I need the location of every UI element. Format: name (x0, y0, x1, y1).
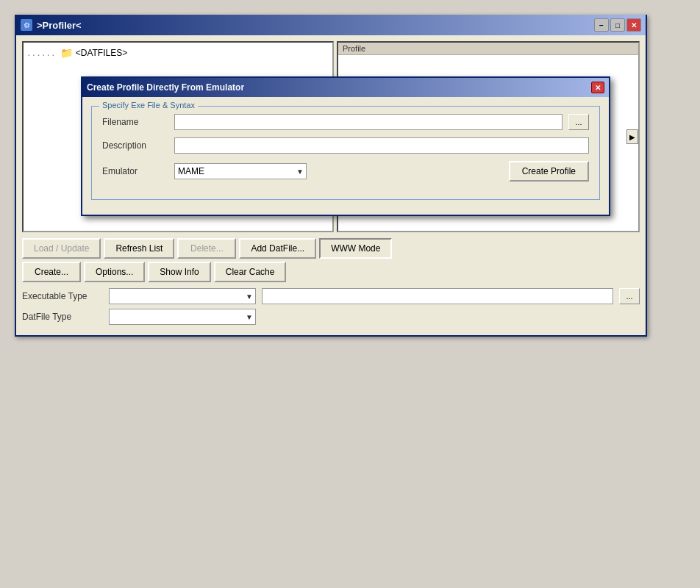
exe-type-browse-button[interactable]: ... (619, 288, 640, 304)
exe-type-select-wrapper: ▼ (109, 288, 256, 304)
clear-cache-button[interactable]: Clear Cache (214, 262, 287, 282)
profile-header: Profile (338, 43, 638, 55)
create-button[interactable]: Create... (22, 262, 81, 282)
modal-body: Specify Exe File & Syntax Filename ... D… (82, 97, 609, 215)
window-title: >Profiler< (37, 20, 82, 31)
title-buttons: − □ ✕ (594, 18, 641, 32)
modal-title-bar: Create Profile Directly From Emulator ✕ (82, 78, 609, 97)
dat-type-select[interactable] (109, 309, 256, 325)
show-info-button[interactable]: Show Info (148, 262, 210, 282)
create-profile-modal: Create Profile Directly From Emulator ✕ … (81, 76, 610, 216)
dat-type-row: DatFile Type ▼ (22, 309, 640, 325)
delete-button[interactable]: Delete... (177, 238, 236, 259)
emulator-row: Emulator MAME MESS Other ▼ (102, 161, 589, 182)
options-button[interactable]: Options... (84, 262, 145, 282)
emulator-select-wrapper: MAME MESS Other ▼ (174, 163, 307, 179)
emulator-left: Emulator MAME MESS Other ▼ (102, 163, 307, 179)
datfiles-label: <DATFILES> (76, 48, 127, 58)
minimize-button[interactable]: − (594, 18, 609, 32)
description-label: Description (102, 140, 168, 151)
exe-type-select[interactable] (109, 288, 256, 304)
www-mode-button[interactable]: WWW Mode (319, 238, 392, 259)
dat-type-label: DatFile Type (22, 312, 103, 322)
window-body: ...... 📁 <DATFILES> Profile ▶ Create Pro… (16, 35, 646, 335)
modal-container: Create Profile Directly From Emulator ✕ … (81, 76, 610, 216)
modal-close-button[interactable]: ✕ (591, 82, 604, 93)
app-icon: ⚙ (21, 19, 32, 31)
datfiles-tree-item[interactable]: ...... 📁 <DATFILES> (26, 46, 329, 60)
bottom-buttons-row2: Create... Options... Show Info Clear Cac… (22, 262, 640, 282)
maximize-button[interactable]: □ (610, 18, 625, 32)
load-update-button[interactable]: Load / Update (22, 238, 101, 259)
exe-type-label: Executable Type (22, 291, 103, 301)
group-box-title: Specify Exe File & Syntax (99, 101, 198, 110)
filename-input[interactable] (174, 114, 562, 130)
description-input[interactable] (174, 137, 589, 154)
folder-icon: 📁 (60, 47, 73, 59)
description-row: Description (102, 137, 589, 154)
exe-type-input[interactable] (262, 288, 613, 304)
scroll-right-arrow[interactable]: ▶ (626, 129, 638, 144)
filename-label: Filename (102, 117, 168, 127)
emulator-select[interactable]: MAME MESS Other (174, 163, 307, 179)
create-profile-button[interactable]: Create Profile (509, 161, 589, 182)
modal-title: Create Profile Directly From Emulator (87, 82, 244, 93)
filename-browse-button[interactable]: ... (568, 114, 589, 130)
dat-type-select-wrapper: ▼ (109, 309, 256, 325)
bottom-form: Executable Type ▼ ... DatFile Type ▼ (22, 288, 640, 325)
add-datfile-button[interactable]: Add DatFile... (239, 238, 316, 259)
exe-type-row: Executable Type ▼ ... (22, 288, 640, 304)
filename-row: Filename ... (102, 114, 589, 130)
bottom-buttons-row1: Load / Update Refresh List Delete... Add… (22, 238, 640, 259)
emulator-label: Emulator (102, 166, 168, 176)
tree-dots: ...... (26, 49, 56, 58)
title-bar: ⚙ >Profiler< − □ ✕ (16, 15, 646, 35)
exe-syntax-group: Specify Exe File & Syntax Filename ... D… (91, 106, 600, 200)
refresh-list-button[interactable]: Refresh List (104, 238, 174, 259)
title-bar-left: ⚙ >Profiler< (21, 19, 82, 31)
close-button[interactable]: ✕ (626, 18, 641, 32)
main-window: ⚙ >Profiler< − □ ✕ ...... 📁 <DATFILES> P… (15, 15, 647, 337)
